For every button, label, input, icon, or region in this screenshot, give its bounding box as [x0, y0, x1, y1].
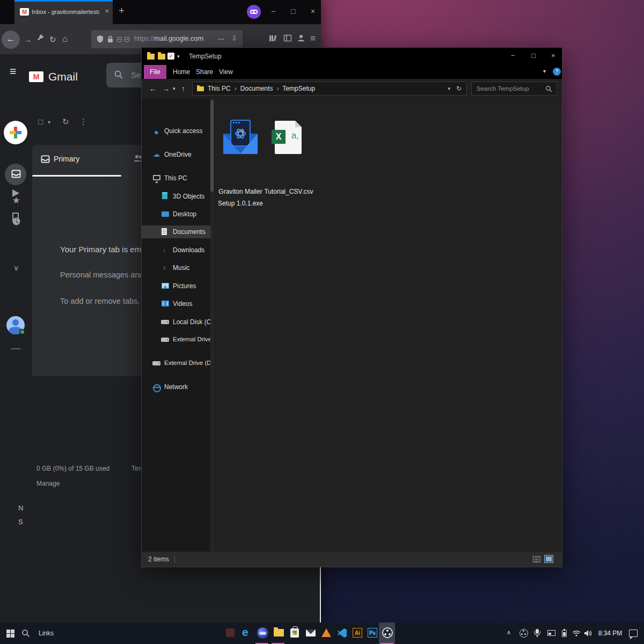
breadcrumb-documents[interactable]: Documents	[240, 85, 273, 92]
address-refresh-icon[interactable]: ↻	[456, 85, 462, 92]
account-icon[interactable]	[297, 34, 305, 42]
help-icon[interactable]: ?	[553, 68, 561, 76]
sidebar-item-3d-objects[interactable]: 3D Objects	[142, 190, 210, 203]
tab-primary-label[interactable]: Primary	[54, 155, 79, 163]
tray-microphone-icon[interactable]	[536, 629, 539, 634]
browser-tab-gmail[interactable]: M Inbox - gravitonmailertest@gm ×	[14, 0, 113, 24]
shield-icon[interactable]	[97, 35, 104, 43]
nav-recent-dropdown-icon[interactable]: ▾	[173, 86, 175, 91]
taskbar-illustrator[interactable]: Ai	[349, 623, 365, 644]
address-dropdown-icon[interactable]: ▾	[448, 86, 450, 91]
tray-wifi-icon[interactable]	[572, 630, 581, 636]
taskbar-search-icon[interactable]	[21, 629, 30, 638]
sidebar-item-documents[interactable]: Documents	[142, 225, 210, 238]
sidebar-item-music[interactable]: Music	[142, 261, 210, 274]
compose-button[interactable]	[4, 121, 27, 144]
drafts-icon[interactable]	[12, 213, 19, 221]
ribbon-tab-home[interactable]: Home	[173, 68, 190, 76]
taskbar-firefox-private[interactable]	[254, 623, 270, 644]
ribbon-expand-icon[interactable]: ▾	[543, 68, 546, 74]
tab-close-icon[interactable]: ×	[105, 7, 109, 15]
explorer-maximize-button[interactable]: □	[531, 52, 536, 60]
taskbar-vlc[interactable]	[318, 623, 334, 644]
breadcrumb-this-pc[interactable]: This PC	[208, 85, 231, 92]
nav-forward-icon[interactable]: →	[162, 84, 170, 93]
tray-expand-chevron-icon[interactable]: ∧	[507, 629, 511, 636]
url-text[interactable]: https://mail.google.com/m	[134, 35, 204, 42]
action-center-icon[interactable]	[629, 630, 638, 637]
sidebar-item-external-drive-d-2[interactable]: External Drive (D:)	[142, 357, 210, 370]
sidebar-item-onedrive[interactable]: OneDrive	[142, 148, 210, 161]
taskbar-file-explorer[interactable]	[270, 623, 286, 644]
nav-up-icon[interactable]: ↑	[181, 84, 185, 93]
more-labels-chevron-icon[interactable]: ∨	[0, 264, 32, 272]
tray-display-icon[interactable]	[547, 630, 555, 636]
more-options-icon[interactable]: ⋮	[79, 117, 87, 127]
drag-handle[interactable]	[11, 348, 20, 349]
qat-properties-icon[interactable]: ✓	[167, 53, 174, 60]
tray-obs-icon[interactable]	[519, 629, 528, 638]
sidebar-item-local-disk-c[interactable]: Local Disk (C:)	[142, 316, 210, 328]
lock-icon[interactable]	[107, 35, 113, 43]
taskbar-vscode[interactable]	[333, 623, 349, 644]
page-actions-icon[interactable]: •••	[218, 36, 224, 41]
hamburger-menu-icon[interactable]: ≡	[310, 33, 316, 44]
clock[interactable]: 8:34 PM	[595, 630, 626, 637]
explorer-title-bar[interactable]: ✓ ▾ TempSetup − □ ×	[142, 48, 562, 65]
large-icons-view-icon[interactable]	[544, 555, 553, 563]
qat-dropdown-icon[interactable]: ▾	[177, 54, 180, 59]
address-bar[interactable]: This PC›Documents›TempSetup ▾ ↻	[192, 82, 467, 96]
firefox-maximize-button[interactable]: □	[291, 7, 295, 16]
sent-icon[interactable]	[12, 189, 19, 197]
explorer-close-button[interactable]: ×	[551, 52, 555, 60]
tray-battery-icon[interactable]	[562, 630, 567, 637]
sidebar-item-quick-access[interactable]: Quick access	[142, 125, 210, 137]
start-button[interactable]	[6, 630, 14, 638]
gmail-menu-icon[interactable]: ≡	[10, 65, 16, 78]
reload-button[interactable]: ↻	[49, 35, 56, 45]
details-view-icon[interactable]	[533, 556, 540, 562]
sidebar-item-downloads[interactable]: Downloads	[142, 244, 210, 257]
file-list-pane[interactable]: Graviton Mailer Setup 1.0.1.exe X a, Tut…	[214, 98, 562, 553]
taskbar-edge[interactable]: e	[238, 623, 254, 644]
firefox-minimize-button[interactable]: −	[271, 7, 275, 16]
sidebar-item-external-drive-d[interactable]: External Drive (D:)	[142, 333, 210, 346]
sidebar-item-pictures[interactable]: Pictures	[142, 280, 210, 292]
sidebar-item-network[interactable]: Network	[142, 380, 210, 393]
ribbon-tab-file[interactable]: File	[144, 65, 166, 79]
library-icon[interactable]	[268, 34, 277, 42]
ribbon-tab-view[interactable]: View	[219, 68, 233, 76]
firefox-close-button[interactable]: ×	[311, 7, 315, 16]
refresh-icon[interactable]: ↻	[62, 117, 69, 127]
nav-back-icon[interactable]: ←	[149, 84, 157, 93]
back-button[interactable]: ←	[2, 31, 20, 49]
sidebar-item-desktop[interactable]: Desktop	[142, 208, 210, 221]
permission-icon[interactable]	[117, 37, 122, 42]
wrench-icon[interactable]	[36, 34, 45, 42]
manage-link[interactable]: Manage	[36, 480, 60, 487]
links-toolbar-label[interactable]: Links	[39, 630, 54, 637]
forward-button[interactable]: →	[24, 35, 32, 44]
select-dropdown-icon[interactable]: ▾	[48, 119, 50, 125]
save-to-pocket-icon[interactable]: ⇩	[231, 34, 237, 42]
select-all-checkbox[interactable]: □	[38, 117, 43, 126]
permission-icon-2[interactable]	[125, 37, 129, 42]
explorer-minimize-button[interactable]: −	[511, 52, 515, 60]
taskbar-photoshop[interactable]: Ps	[364, 623, 380, 644]
home-button[interactable]: ⌂	[62, 34, 68, 45]
url-bar[interactable]: https://mail.google.com/m ••• ⇩	[91, 30, 243, 48]
sidebar-item-videos[interactable]: Videos	[142, 297, 210, 310]
taskbar-obs-active[interactable]	[379, 623, 395, 644]
taskbar-pinned-app[interactable]	[222, 623, 238, 644]
explorer-search-icon[interactable]	[545, 85, 552, 92]
taskbar-microsoft-store[interactable]	[286, 623, 302, 644]
breadcrumb-tempsetup[interactable]: TempSetup	[282, 85, 315, 92]
explorer-search-box[interactable]: Search TempSetup	[471, 82, 557, 96]
qat-folder-icon-2[interactable]	[158, 54, 165, 60]
tray-volume-icon[interactable]	[584, 630, 592, 637]
sidebar-item-this-pc[interactable]: This PC	[142, 172, 210, 185]
new-tab-button[interactable]: +	[119, 5, 125, 17]
qat-folder-icon[interactable]	[147, 54, 155, 60]
taskbar-mail[interactable]	[302, 623, 318, 644]
ribbon-tab-share[interactable]: Share	[196, 68, 213, 76]
